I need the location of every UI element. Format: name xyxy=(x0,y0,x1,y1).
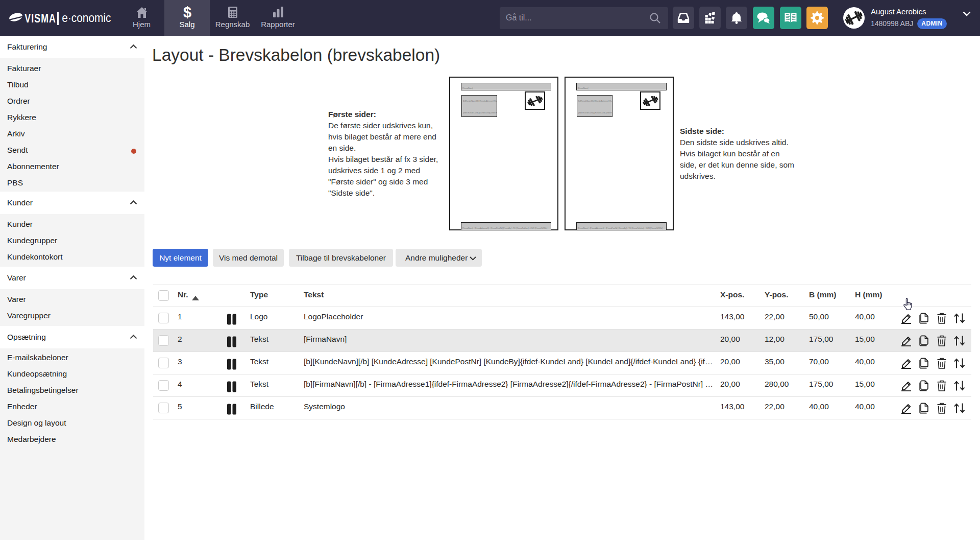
svg-text:$: $ xyxy=(183,5,191,20)
svg-text:VISMA: VISMA xyxy=(24,11,56,25)
svg-text:e·conomic: e·conomic xyxy=(62,11,111,25)
